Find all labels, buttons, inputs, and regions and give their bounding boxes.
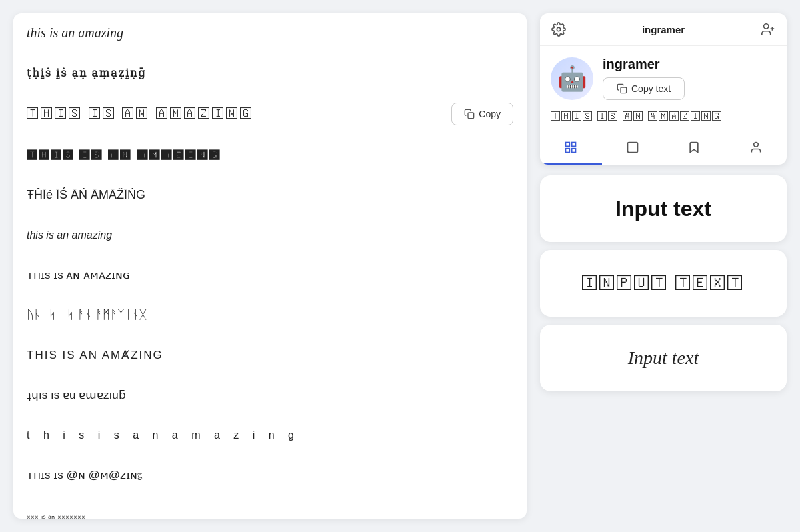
copy-text-label: Copy text	[631, 83, 671, 94]
font-row-spaced[interactable]: t h i s i s a n a m a z i n g	[13, 415, 527, 455]
font-text-mixed2: ᴛʜɪs ɪs ᴀɴ ᴀᴍᴀᴢɪɴɢ	[27, 268, 513, 282]
font-row-cursive[interactable]: this is an amazing	[13, 13, 527, 53]
right-panel: ingramer 🤖 ingramer	[540, 13, 787, 519]
avatar: 🤖	[551, 57, 593, 100]
font-row-mixed3[interactable]: ᴛʜɪs ɪs @ɴ @ᴍ@ᴢɪɴᵹ	[13, 455, 527, 495]
ig-bio: 🅃🄷🄸🅂 🄸🅂 🄰🄽 🄰🄼🄰🅉🄸🄽🄶	[540, 111, 787, 131]
font-text-bold-box: 🆃🅷🅸🆂 🅸🆂 🅰🅽 🅰🅼🅰🆉🅸🅽🅶	[27, 149, 513, 161]
font-row-mixed1[interactable]: ŦĤĪé ĪŚ ĀŃ ĀMĀŽĪŃG	[13, 175, 527, 215]
svg-point-1	[557, 27, 561, 31]
font-row-caps[interactable]: THIS IS AN AMȺZING	[13, 335, 527, 375]
preview-text-bold: Input text	[615, 197, 711, 221]
copy-button-boxed[interactable]: Copy	[451, 103, 513, 125]
preview-text-boxed: 🄸🄽🄿🅄🅃 🅃🄴🅇🅃	[582, 275, 745, 292]
font-text-caps: THIS IS AN AMȺZING	[27, 348, 513, 362]
add-user-icon[interactable]	[760, 21, 776, 37]
font-text-spaced: t h i s i s a n a m a z i n g	[27, 429, 513, 441]
tab-person[interactable]	[725, 131, 787, 165]
svg-rect-8	[566, 149, 570, 153]
svg-point-11	[753, 143, 758, 147]
svg-point-2	[764, 24, 769, 29]
svg-rect-9	[572, 149, 576, 153]
avatar-image: 🤖	[557, 65, 587, 93]
font-row-small-cursive[interactable]: this is an amazing	[13, 215, 527, 255]
preview-card-boxed: 🄸🄽🄿🅄🅃 🅃🄴🅇🅃	[540, 250, 787, 317]
font-text-cursive: this is an amazing	[27, 25, 513, 41]
ig-profile: 🤖 ingramer Copy text	[540, 46, 787, 111]
copy-label-boxed: Copy	[479, 109, 501, 119]
font-row-boxed[interactable]: 🅃🄷🄸🅂 🄸🅂 🄰🄽 🄰🄼🄰🅉🄸🄽🄶Copy	[13, 93, 527, 135]
preview-text-handwritten: Input text	[628, 347, 699, 369]
preview-card-bold: Input text	[540, 175, 787, 242]
ig-title: ingramer	[642, 24, 685, 35]
font-row-mixed2[interactable]: ᴛʜɪs ɪs ᴀɴ ᴀᴍᴀᴢɪɴɢ	[13, 255, 527, 295]
font-row-upside[interactable]: ʇɥıs ıs ɐu ɐɯɐzıuƃ	[13, 375, 527, 415]
font-text-boxed: 🅃🄷🄸🅂 🄸🅂 🄰🄽 🄰🄼🄰🅉🄸🄽🄶	[27, 107, 451, 121]
svg-rect-7	[572, 143, 576, 147]
svg-rect-10	[627, 143, 637, 153]
ig-header: ingramer	[540, 13, 787, 46]
font-text-mixed1: ŦĤĪé ĪŚ ĀŃ ĀMĀŽĪŃG	[27, 188, 513, 202]
font-list: this is an amazingṭḥḭṡ ḭṡ ạṇ ạṃạẓḭṇḡ🅃🄷🄸🅂…	[13, 13, 527, 519]
font-text-mixed3: ᴛʜɪs ɪs @ɴ @ᴍ@ᴢɪɴᵹ	[27, 468, 513, 482]
font-row-tiny[interactable]: ₓₓₓ ᵢₛ ₐₙ ₓₓₓₓₓₓₓ	[13, 495, 527, 519]
svg-rect-5	[621, 87, 627, 93]
tab-bookmark[interactable]	[663, 131, 725, 165]
preview-card-handwritten: Input text	[540, 325, 787, 391]
font-text-runic: ᚢᚺᛁᛋ ᛁᛋ ᚨᚾ ᚨᛗᚨᛉᛁᚾᚷ	[27, 308, 513, 322]
instagram-card: ingramer 🤖 ingramer	[540, 13, 787, 165]
font-row-runic[interactable]: ᚢᚺᛁᛋ ᛁᛋ ᚨᚾ ᚨᛗᚨᛉᛁᚾᚷ	[13, 295, 527, 335]
ig-username: ingramer	[603, 57, 685, 72]
copy-text-button[interactable]: Copy text	[603, 77, 685, 100]
svg-rect-0	[468, 113, 474, 119]
settings-icon[interactable]	[551, 21, 567, 37]
font-row-bold-scattered[interactable]: ṭḥḭṡ ḭṡ ạṇ ạṃạẓḭṇḡ	[13, 53, 527, 93]
svg-rect-6	[566, 143, 570, 147]
font-text-tiny: ₓₓₓ ᵢₛ ₐₙ ₓₓₓₓₓₓₓ	[27, 511, 513, 519]
tab-square[interactable]	[602, 131, 664, 165]
font-text-small-cursive: this is an amazing	[27, 229, 513, 241]
preview-cards: Input text 🄸🄽🄿🅄🅃 🅃🄴🅇🅃 Input text	[540, 175, 787, 391]
profile-info: ingramer Copy text	[603, 57, 685, 100]
font-row-bold-box[interactable]: 🆃🅷🅸🆂 🅸🆂 🅰🅽 🅰🅼🅰🆉🅸🅽🅶	[13, 135, 527, 175]
ig-tabs	[540, 131, 787, 165]
font-text-upside: ʇɥıs ıs ɐu ɐɯɐzıuƃ	[27, 388, 513, 402]
tab-grid[interactable]	[540, 131, 602, 165]
font-text-bold-scattered: ṭḥḭṡ ḭṡ ạṇ ạṃạẓḭṇḡ	[27, 67, 513, 79]
